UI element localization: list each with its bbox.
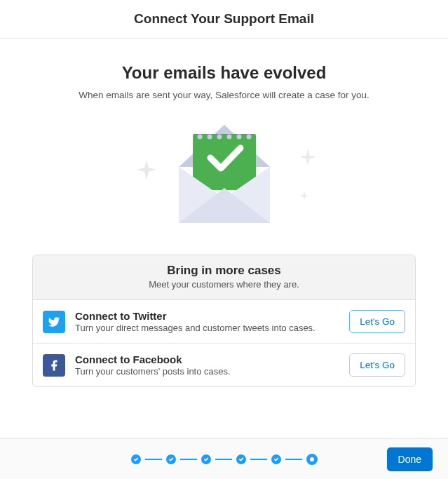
svg-point-2: [197, 135, 202, 140]
twitter-icon: [43, 311, 65, 333]
cases-card-subtitle: Meet your customers where they are.: [40, 279, 408, 290]
progress-line: [215, 459, 232, 460]
modal-footer: Done: [0, 438, 448, 479]
svg-point-5: [226, 135, 231, 140]
svg-point-7: [246, 135, 251, 140]
facebook-title: Connect to Facebook: [75, 353, 339, 365]
envelope-icon: [172, 121, 277, 227]
twitter-title: Connect to Twitter: [75, 310, 339, 322]
progress-line: [145, 459, 162, 460]
facebook-letsgo-button[interactable]: Let's Go: [349, 353, 405, 377]
facebook-text: Connect to Facebook Turn your customers'…: [75, 353, 339, 377]
sparkle-icon: [137, 160, 156, 180]
cases-card-header: Bring in more cases Meet your customers …: [33, 255, 415, 300]
twitter-text: Connect to Twitter Turn your direct mess…: [75, 310, 339, 333]
progress-step-complete: [131, 454, 141, 464]
svg-point-6: [236, 135, 241, 140]
page-title: Your emails have evolved: [122, 63, 327, 83]
progress-step-complete: [236, 454, 246, 464]
progress-line: [285, 459, 302, 460]
progress-indicator: [131, 454, 318, 465]
cases-card: Bring in more cases Meet your customers …: [32, 255, 416, 387]
done-button[interactable]: Done: [387, 447, 433, 471]
progress-line: [180, 459, 197, 460]
facebook-icon: [43, 354, 65, 377]
sparkle-icon: [300, 149, 315, 165]
facebook-row: Connect to Facebook Turn your customers'…: [33, 343, 415, 386]
modal-header: Connect Your Support Email: [0, 0, 448, 39]
facebook-subtitle: Turn your customers' posts into cases.: [75, 366, 339, 377]
twitter-subtitle: Turn your direct messages and customer t…: [75, 323, 339, 333]
progress-step-complete: [201, 454, 211, 464]
email-illustration: [133, 121, 315, 234]
twitter-letsgo-button[interactable]: Let's Go: [349, 310, 405, 333]
svg-point-4: [217, 135, 222, 140]
modal-content: Your emails have evolved When emails are…: [0, 39, 448, 438]
progress-step-complete: [271, 454, 281, 464]
progress-line: [250, 459, 267, 460]
sparkle-icon: [300, 191, 308, 200]
progress-step-current: [306, 454, 318, 465]
svg-point-3: [207, 135, 212, 140]
cases-card-title: Bring in more cases: [40, 264, 408, 278]
modal-title: Connect Your Support Email: [134, 11, 314, 27]
page-subtitle: When emails are sent your way, Salesforc…: [79, 90, 369, 100]
twitter-row: Connect to Twitter Turn your direct mess…: [33, 300, 415, 343]
progress-step-complete: [166, 454, 176, 464]
